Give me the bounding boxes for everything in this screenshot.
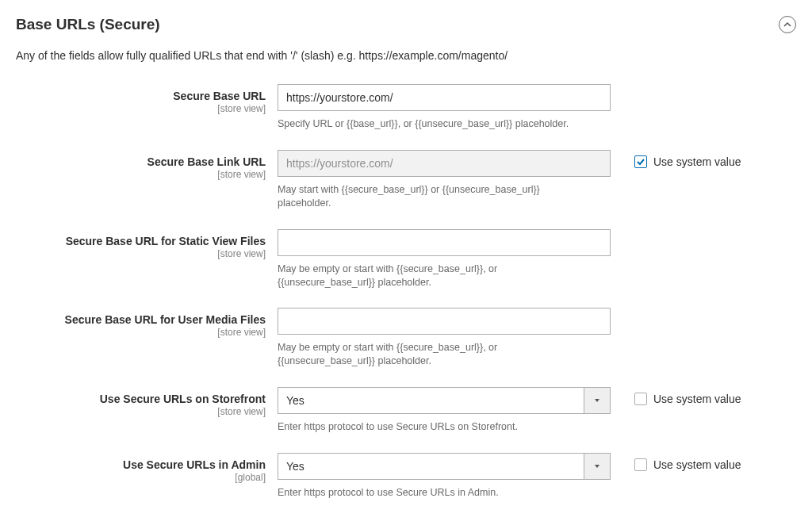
secure-base-url-input[interactable]	[278, 84, 611, 111]
use-system-checkbox[interactable]	[634, 393, 647, 405]
field-hint: May be empty or start with {{secure_base…	[278, 262, 587, 289]
field-hint: Enter https protocol to use Secure URLs …	[278, 486, 587, 500]
field-scope: [store view]	[16, 103, 266, 114]
field-scope: [store view]	[16, 327, 266, 338]
input-col: May start with {{secure_base_url}} or {{…	[278, 150, 611, 210]
label-col: Secure Base URL [store view]	[16, 84, 278, 114]
field-scope: [store view]	[16, 248, 266, 259]
field-scope: [store view]	[16, 406, 266, 417]
use-system-label[interactable]: Use system value	[653, 393, 741, 405]
label-col: Use Secure URLs on Storefront [store vie…	[16, 387, 278, 417]
select-wrap: Yes	[278, 453, 611, 480]
input-col: May be empty or start with {{secure_base…	[278, 308, 611, 368]
collapse-toggle[interactable]	[779, 16, 796, 33]
use-system-col: Use system value	[611, 387, 741, 405]
field-use-secure-storefront: Use Secure URLs on Storefront [store vie…	[16, 387, 796, 434]
use-system-label[interactable]: Use system value	[653, 458, 741, 471]
chevron-up-icon	[783, 21, 791, 29]
field-label: Secure Base Link URL	[16, 155, 266, 168]
field-label: Secure Base URL for User Media Files	[16, 313, 266, 326]
field-label: Secure Base URL for Static View Files	[16, 235, 266, 247]
field-secure-base-link-url: Secure Base Link URL [store view] May st…	[16, 150, 796, 210]
secure-base-media-input[interactable]	[278, 308, 611, 335]
field-scope: [global]	[16, 472, 266, 483]
use-system-col: Use system value	[611, 453, 741, 471]
section-description: Any of the fields allow fully qualified …	[16, 49, 796, 62]
use-system-col: Use system value	[611, 150, 741, 168]
input-col: Yes Enter https protocol to use Secure U…	[278, 387, 611, 434]
field-secure-base-static: Secure Base URL for Static View Files [s…	[16, 229, 796, 289]
field-secure-base-media: Secure Base URL for User Media Files [st…	[16, 308, 796, 368]
use-system-checkbox[interactable]	[634, 458, 647, 471]
use-secure-admin-select[interactable]: Yes	[278, 453, 611, 480]
input-col: Yes Enter https protocol to use Secure U…	[278, 453, 611, 500]
use-system-checkbox[interactable]	[634, 155, 647, 168]
use-system-label[interactable]: Use system value	[653, 155, 741, 168]
secure-base-static-input[interactable]	[278, 229, 611, 256]
field-hint: May start with {{secure_base_url}} or {{…	[278, 183, 587, 210]
label-col: Use Secure URLs in Admin [global]	[16, 453, 278, 483]
input-col: Specify URL or {{base_url}}, or {{unsecu…	[278, 84, 611, 131]
field-hint: Enter https protocol to use Secure URLs …	[278, 420, 587, 434]
field-label: Use Secure URLs in Admin	[16, 458, 266, 471]
label-col: Secure Base URL for User Media Files [st…	[16, 308, 278, 338]
field-scope: [store view]	[16, 169, 266, 180]
field-use-secure-admin: Use Secure URLs in Admin [global] Yes En…	[16, 453, 796, 500]
label-col: Secure Base URL for Static View Files [s…	[16, 229, 278, 259]
select-wrap: Yes	[278, 387, 611, 414]
secure-base-link-url-input	[278, 150, 611, 177]
section-header: Base URLs (Secure)	[16, 16, 796, 33]
field-secure-base-url: Secure Base URL [store view] Specify URL…	[16, 84, 796, 131]
field-label: Secure Base URL	[16, 90, 266, 102]
use-secure-storefront-select[interactable]: Yes	[278, 387, 611, 414]
field-label: Use Secure URLs on Storefront	[16, 393, 266, 405]
field-hint: Specify URL or {{base_url}}, or {{unsecu…	[278, 117, 587, 131]
section-title: Base URLs (Secure)	[16, 16, 160, 33]
field-hint: May be empty or start with {{secure_base…	[278, 341, 587, 368]
check-icon	[636, 157, 645, 167]
label-col: Secure Base Link URL [store view]	[16, 150, 278, 180]
input-col: May be empty or start with {{secure_base…	[278, 229, 611, 289]
